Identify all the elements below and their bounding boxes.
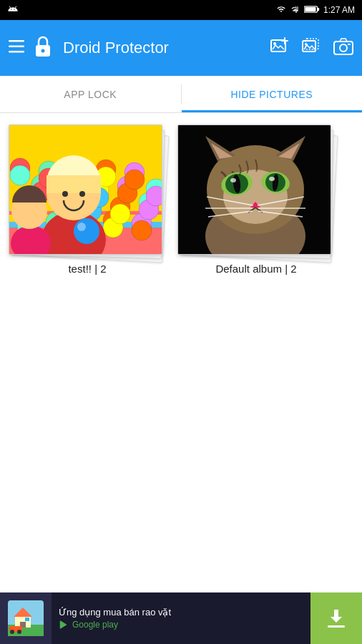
svg-rect-2 xyxy=(294,9,295,11)
svg-point-20 xyxy=(340,44,347,52)
svg-rect-3 xyxy=(293,9,293,11)
lock-icon xyxy=(33,35,53,61)
android-icon xyxy=(7,4,19,17)
add-image-icon[interactable] xyxy=(270,37,289,59)
svg-rect-8 xyxy=(9,46,24,48)
ad-icon-area xyxy=(0,592,52,644)
svg-point-15 xyxy=(273,42,276,45)
svg-rect-5 xyxy=(318,7,320,10)
tabs: APP LOCK HIDE PICTURES xyxy=(0,76,362,113)
svg-rect-12 xyxy=(271,40,285,52)
camera-icon[interactable] xyxy=(333,38,353,58)
wifi-icon xyxy=(275,5,287,16)
svg-rect-7 xyxy=(9,40,24,42)
menu-icon[interactable] xyxy=(9,39,24,57)
svg-rect-1 xyxy=(295,7,296,11)
album-label-test: test!! | 2 xyxy=(9,261,166,275)
svg-rect-21 xyxy=(348,44,351,45)
ad-content: Ứng dụng mua bán rao vặt Google play xyxy=(52,602,310,634)
svg-point-18 xyxy=(305,43,308,46)
tab-app-lock[interactable]: APP LOCK xyxy=(0,76,181,112)
svg-rect-9 xyxy=(9,51,24,53)
album-image-default xyxy=(177,125,331,255)
app-bar: Droid Protector xyxy=(0,20,362,76)
album-image-test xyxy=(9,125,162,255)
svg-rect-0 xyxy=(297,6,298,11)
svg-rect-31 xyxy=(328,625,345,628)
album-label-default: Default album | 2 xyxy=(177,261,335,275)
svg-point-30 xyxy=(17,630,21,634)
album-card-test[interactable]: test!! | 2 xyxy=(9,125,166,275)
svg-point-29 xyxy=(10,630,14,634)
battery-icon xyxy=(304,5,320,16)
app-title: Droid Protector xyxy=(63,39,263,57)
status-bar: 1:27 AM xyxy=(0,0,362,20)
ad-brand: Google play xyxy=(59,620,303,630)
image-gallery-icon[interactable] xyxy=(302,37,321,59)
ad-download-button[interactable] xyxy=(310,592,362,644)
svg-rect-6 xyxy=(305,7,315,11)
signal-icon xyxy=(290,5,300,16)
svg-point-11 xyxy=(41,49,45,53)
ad-title: Ứng dụng mua bán rao vặt xyxy=(59,607,303,618)
ad-banner: Ứng dụng mua bán rao vặt Google play xyxy=(0,592,362,644)
album-card-default[interactable]: Default album | 2 xyxy=(177,125,335,275)
tab-hide-pictures[interactable]: HIDE PICTURES xyxy=(182,76,363,112)
svg-rect-27 xyxy=(25,618,29,621)
content-area: test!! | 2 Default album | 2 xyxy=(0,113,362,286)
svg-rect-19 xyxy=(334,42,353,54)
time-display: 1:27 AM xyxy=(323,5,355,15)
